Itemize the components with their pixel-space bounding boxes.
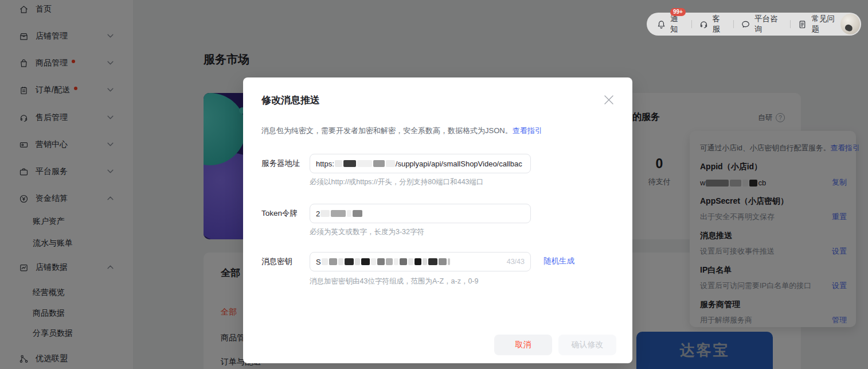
redacted-block [347, 210, 351, 217]
token-helper: 必须为英文或数字，长度为3-32字符 [310, 227, 424, 237]
document-list-icon [797, 20, 807, 29]
value-prefix: 2 [316, 209, 320, 218]
redacted-block [448, 258, 450, 265]
modal-description-text: 消息包为纯密文，需要开发者加密和解密，安全系数高，数据格式为JSON。 [261, 126, 513, 135]
cancel-button[interactable]: 取消 [494, 335, 552, 355]
server-address-label: 服务器地址 [261, 158, 310, 169]
modal-description: 消息包为纯密文，需要开发者加密和解密，安全系数高，数据格式为JSON。查看指引 [261, 126, 542, 136]
redacted-block [343, 160, 356, 167]
platform-consult-label: 平台咨询 [754, 14, 783, 34]
redacted-block [439, 258, 447, 265]
redacted-block [386, 160, 395, 167]
redacted-block [320, 210, 330, 217]
platform-consult-button[interactable]: 平台咨询 [741, 14, 783, 34]
edit-message-push-modal: 修改消息推送 消息包为纯密文，需要开发者加密和解密，安全系数高，数据格式为JSO… [243, 77, 632, 363]
redacted-block [400, 258, 407, 265]
random-generate-link[interactable]: 随机生成 [544, 256, 574, 266]
divider [790, 20, 791, 28]
redacted-block [394, 258, 398, 265]
redacted-block [423, 258, 427, 265]
redacted-block [408, 258, 413, 265]
value-prefix: https: [316, 160, 334, 168]
redacted-block [428, 258, 437, 265]
redacted-block [322, 258, 328, 265]
topbar: 通知 99+ 客服 平台咨询 常见问题 [647, 13, 861, 36]
redacted-block [377, 258, 385, 265]
redacted-block [345, 258, 354, 265]
token-label: Token令牌 [261, 208, 310, 219]
secret-value: S [316, 258, 503, 266]
notifications-label: 通知 [670, 14, 685, 34]
confirm-button[interactable]: 确认修改 [558, 335, 616, 355]
close-icon[interactable] [604, 95, 614, 105]
notification-count-badge: 99+ [670, 8, 686, 16]
redacted-block [357, 160, 372, 167]
value-suffix: /supplyapi/api/smallShopVideo/callbac [396, 160, 522, 168]
bell-icon [656, 20, 666, 29]
customer-service-button[interactable]: 客服 [699, 14, 727, 34]
server-address-input[interactable]: https:/supplyapi/api/smallShopVideo/call… [310, 154, 531, 173]
redacted-block [331, 210, 346, 217]
notifications-button[interactable]: 通知 99+ [656, 14, 685, 34]
chat-bubble-icon [741, 20, 750, 29]
redacted-block [329, 258, 337, 265]
faq-button[interactable]: 常见问题 [797, 14, 840, 34]
redacted-block [361, 258, 370, 265]
server-address-value: https:/supplyapi/api/smallShopVideo/call… [316, 160, 525, 168]
char-counter: 43/43 [507, 258, 525, 266]
modal-title: 修改消息推送 [261, 94, 320, 107]
redacted-block [386, 258, 393, 265]
redacted-block [338, 258, 343, 265]
redacted-block [373, 160, 385, 167]
customer-service-label: 客服 [713, 14, 727, 34]
divider [691, 20, 692, 28]
user-avatar[interactable] [840, 14, 860, 34]
redacted-block [355, 258, 360, 265]
view-guide-link[interactable]: 查看指引 [513, 126, 542, 135]
redacted-block [371, 258, 376, 265]
secret-helper: 消息加密密钥由43位字符组成，范围为A-Z，a-z，0-9 [310, 277, 478, 286]
secret-input[interactable]: S 43/43 [310, 252, 531, 271]
token-input[interactable]: 2 [310, 204, 531, 223]
divider [733, 20, 734, 28]
redacted-block [415, 258, 421, 265]
redacted-block [335, 160, 342, 167]
secret-label: 消息密钥 [261, 257, 310, 267]
token-value: 2 [316, 209, 525, 218]
server-address-helper: 必须以http://或https://开头，分别支持80端口和443端口 [310, 177, 484, 187]
value-prefix: S [316, 258, 321, 266]
redacted-block [353, 210, 362, 217]
headset-icon [699, 20, 709, 29]
faq-label: 常见问题 [811, 14, 840, 34]
